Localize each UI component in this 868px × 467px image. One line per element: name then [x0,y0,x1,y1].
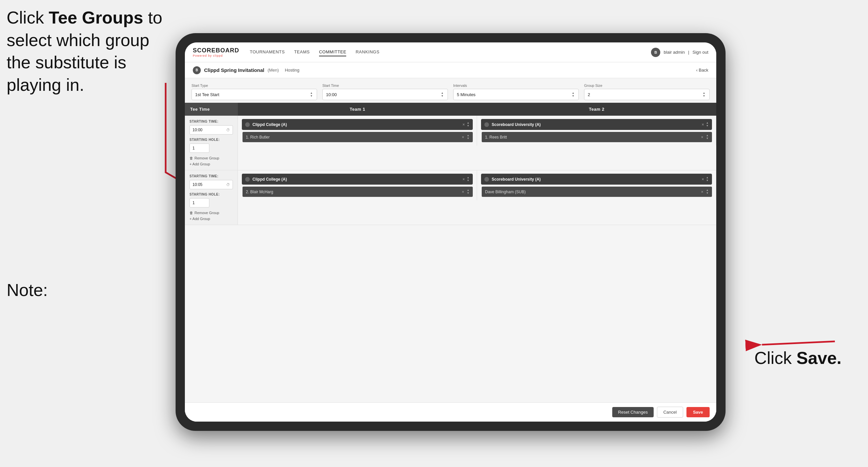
trash-icon-2: 🗑 [189,211,193,215]
start-time-group: Start Time 10:00 ▲ ▼ [322,84,448,100]
sub-header-left: B Clippd Spring Invitational (Men) Hosti… [193,66,696,74]
starting-time-input-1[interactable]: 10:00 ⏱ [189,125,233,135]
table-row: STARTING TIME: 10:00 ⏱ STARTING HOLE: 1 … [185,116,716,170]
stepper-up3[interactable]: ▲ [571,92,575,94]
player-arrow-down[interactable]: ▼ [467,137,469,140]
groups-container: STARTING TIME: 10:00 ⏱ STARTING HOLE: 1 … [185,116,716,402]
team4-arrow-down[interactable]: ▼ [706,179,709,182]
group-size-value: 2 [588,92,590,97]
team-dot-4 [484,177,489,182]
stepper-up[interactable]: ▲ [309,92,313,94]
player-card-2-1[interactable]: 2. Blair McHarg × ▲ ▼ [243,186,473,197]
player2-arrow-up[interactable]: ▲ [706,134,709,137]
team2-card-1[interactable]: Scoreboard University (A) × ▲ ▼ [481,119,712,130]
team-arrow-down[interactable]: ▼ [467,125,469,127]
nav-committee[interactable]: COMMITTEE [319,48,346,56]
player-arrow-up[interactable]: ▲ [467,134,469,137]
starting-hole-input-1[interactable]: 1 [189,144,209,153]
add-group-button-1[interactable]: + Add Group [189,162,233,166]
table-header: Tee Time Team 1 Team 2 [185,103,716,116]
team3-arrow-down[interactable]: ▼ [467,179,469,182]
stepper-up2[interactable]: ▲ [440,92,444,94]
click-save-prefix: Click [754,348,797,368]
table-row: STARTING TIME: 10:05 ⏱ STARTING HOLE: 1 … [185,170,716,225]
starting-time-input-2[interactable]: 10:05 ⏱ [189,180,233,189]
top-nav: SCOREBOARD Powered by clippd TOURNAMENTS… [185,42,716,62]
starting-hole-input-2[interactable]: 1 [189,198,209,207]
starting-time-label-2: STARTING TIME: [189,174,233,178]
stepper-down[interactable]: ▼ [309,95,313,97]
start-type-stepper[interactable]: ▲ ▼ [309,92,313,97]
team4-remove-icon[interactable]: × [702,177,704,182]
player-card-2-2[interactable]: Dave Billingham (SUB) × ▲ ▼ [482,186,712,197]
team-dot [245,122,250,127]
start-type-input[interactable]: 1st Tee Start ▲ ▼ [191,89,317,100]
nav-tournaments[interactable]: TOURNAMENTS [250,48,285,56]
player4-remove-icon[interactable]: × [701,189,703,194]
team2-arrow-down[interactable]: ▼ [706,125,709,127]
player4-arrow-up[interactable]: ▲ [706,189,709,192]
nav-teams[interactable]: TEAMS [294,48,310,56]
stepper-up4[interactable]: ▲ [702,92,706,94]
team3-remove-icon[interactable]: × [463,177,465,182]
remove-group-button-1[interactable]: 🗑 Remove Group [189,156,233,160]
group-size-stepper[interactable]: ▲ ▼ [702,92,706,97]
player3-remove-icon[interactable]: × [462,189,464,194]
team2-arrow-up[interactable]: ▲ [706,122,709,124]
player3-arrow-down[interactable]: ▼ [467,192,469,195]
stepper-down2[interactable]: ▼ [440,95,444,97]
tournament-tag: (Men) [268,68,279,72]
start-time-value: 10:00 [326,92,337,97]
team4-arrow-up[interactable]: ▲ [706,176,709,179]
team2-card-2[interactable]: Scoreboard University (A) × ▲ ▼ [481,174,712,185]
intervals-label: Intervals [453,84,579,88]
team2-actions: × ▲ ▼ [702,122,709,127]
player2-remove-icon[interactable]: × [701,135,703,140]
nav-separator: | [688,50,689,55]
player2-arrow-down[interactable]: ▼ [706,137,709,140]
player4-arrow-down[interactable]: ▼ [706,192,709,195]
cancel-button[interactable]: Cancel [657,407,683,418]
bottom-instruction: Note: [7,279,48,301]
user-name: blair admin [663,50,685,55]
intervals-stepper[interactable]: ▲ ▼ [571,92,575,97]
start-time-input[interactable]: 10:00 ▲ ▼ [322,89,448,100]
group1-team1: Clippd College (A) × ▲ ▼ 1. Rich Butler [238,116,477,146]
click-save-instruction: Click Save. [754,348,841,368]
back-link[interactable]: ‹ Back [696,68,708,72]
team4-actions: × ▲ ▼ [702,176,709,182]
stepper-down3[interactable]: ▼ [571,95,575,97]
player-card-1-2[interactable]: 1. Rees Britt × ▲ ▼ [482,132,712,142]
hosting-badge: Hosting [285,68,300,72]
intervals-group: Intervals 5 Minutes ▲ ▼ [453,84,579,100]
team3-actions: × ▲ ▼ [463,176,469,182]
reset-changes-button[interactable]: Reset Changes [612,407,654,417]
player3-arrows: ▲ ▼ [467,189,469,195]
team-remove-icon-1[interactable]: × [463,122,465,127]
team3-arrows: ▲ ▼ [467,176,469,182]
footer-bar: Reset Changes Cancel Save [185,402,716,421]
player-card-1-1[interactable]: 1. Rich Butler × ▲ ▼ [243,132,473,142]
player-remove-icon[interactable]: × [462,135,464,140]
team3-arrow-up[interactable]: ▲ [467,176,469,179]
start-type-label: Start Type [191,84,317,88]
team1-card-2[interactable]: Clippd College (A) × ▲ ▼ [242,174,473,185]
group2-team2: Scoreboard University (A) × ▲ ▼ Dave Bil… [477,170,716,200]
team-arrow-up[interactable]: ▲ [467,122,469,124]
nav-rankings[interactable]: RANKINGS [355,48,379,56]
intervals-input[interactable]: 5 Minutes ▲ ▼ [453,89,579,100]
stepper-down4[interactable]: ▼ [702,95,706,97]
group-size-input[interactable]: 2 ▲ ▼ [584,89,710,100]
player3-arrow-up[interactable]: ▲ [467,189,469,192]
start-time-stepper[interactable]: ▲ ▼ [440,92,444,97]
team1-card-1[interactable]: Clippd College (A) × ▲ ▼ [242,119,473,130]
starting-hole-label-1: STARTING HOLE: [189,138,233,142]
team1-name-2: Clippd College (A) [252,177,460,182]
team2-remove-icon[interactable]: × [702,122,704,127]
save-button[interactable]: Save [686,407,710,417]
sign-out-link[interactable]: Sign out [692,50,708,55]
player-name-1-1: 1. Rich Butler [246,135,459,140]
remove-group-button-2[interactable]: 🗑 Remove Group [189,211,233,215]
top-instruction: Click Tee Groups to select which group t… [7,7,166,96]
add-group-button-2[interactable]: + Add Group [189,217,233,221]
